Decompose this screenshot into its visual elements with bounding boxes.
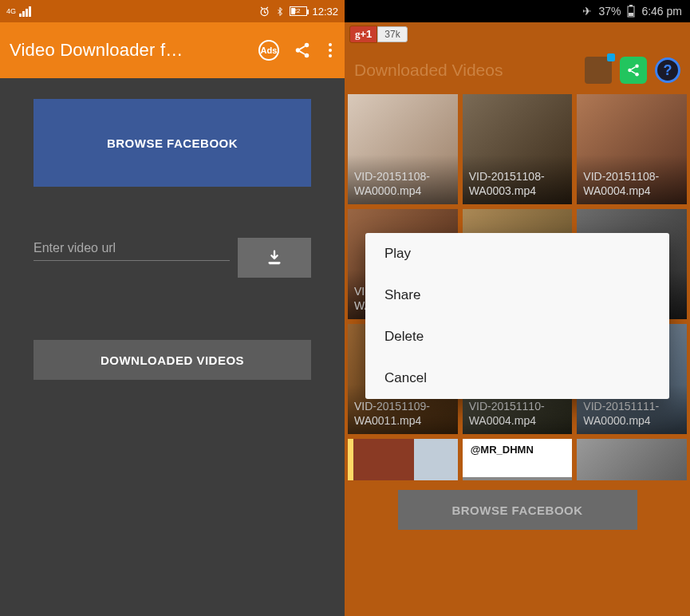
browse-facebook-button[interactable]: BROWSE FACEBOOK [34,99,311,187]
video-filename: VID-20151108-WA0004.mp4 [583,170,680,198]
video-watermark: @MR_DHMN [471,444,534,456]
page-title: Downloaded Videos [354,61,577,80]
status-bar: 4G 22 12:32 [0,0,345,22]
browse-facebook-button[interactable]: BROWSE FACEBOOK [398,490,637,530]
svg-rect-4 [270,263,280,264]
bottom-bar: BROWSE FACEBOOK [345,480,690,616]
svg-point-10 [635,73,639,77]
svg-rect-7 [629,13,633,16]
help-icon[interactable]: ? [655,57,680,83]
network-label: 4G [6,8,16,15]
svg-point-9 [628,69,632,73]
app-bar: Downloaded Videos ? [345,46,690,94]
gplus-button[interactable]: g+1 [349,26,377,43]
share-icon[interactable] [294,41,311,59]
video-filename: VID-20151108-WA0000.mp4 [354,170,451,198]
context-menu: Play Share Delete Cancel [365,233,669,399]
app-bar: Video Downloader f… Ads [0,22,345,78]
video-thumbnail[interactable]: VID-20151108-WA0000.mp4 [348,94,458,204]
menu-item-play[interactable]: Play [365,233,669,274]
status-bar: ✈ 37% 6:46 pm [345,0,690,22]
video-filename: VID-20151108-WA0003.mp4 [469,170,566,198]
video-thumbnail[interactable]: VID-20151108-WA0003.mp4 [463,94,573,204]
svg-point-1 [305,43,310,48]
svg-point-2 [296,48,301,53]
overflow-menu-icon[interactable] [325,43,335,57]
video-filename: VID-20151110-WA0004.mp4 [469,400,566,428]
battery-icon: 22 [290,6,307,16]
svg-rect-6 [629,5,633,6]
menu-item-share[interactable]: Share [365,274,669,316]
svg-point-3 [305,53,310,58]
video-filename: VID-20151109-WA0011.mp4 [354,400,451,428]
download-icon [266,249,283,267]
svg-point-8 [635,65,639,69]
screen-downloaded-videos: ✈ 37% 6:46 pm g+1 37k Downloaded Videos … [345,0,690,616]
battery-percent: 37% [598,5,621,18]
downloaded-videos-button[interactable]: DOWNLOADED VIDEOS [34,340,311,380]
ads-icon[interactable]: Ads [258,40,279,61]
battery-icon [627,5,635,18]
airplane-mode-icon: ✈ [582,5,592,18]
video-filename: VID-20151111-WA0000.mp4 [583,400,680,428]
signal-icon [19,6,31,17]
gplus-count: 37k [377,26,407,42]
video-url-input[interactable] [34,238,230,261]
bluetooth-icon [275,6,285,18]
share-button[interactable] [620,57,647,84]
menu-item-delete[interactable]: Delete [365,316,669,357]
download-button[interactable] [238,238,311,278]
alarm-icon [258,6,270,18]
status-time: 6:46 pm [641,5,682,18]
app-title: Video Downloader f… [10,40,252,61]
gplus-bar: g+1 37k [345,22,690,46]
menu-item-cancel[interactable]: Cancel [365,357,669,399]
screen-downloader: 4G 22 12:32 Video Downloader f… Ads [0,0,345,616]
apps-icon[interactable] [585,57,612,84]
status-time: 12:32 [312,6,338,18]
video-thumbnail[interactable]: VID-20151108-WA0004.mp4 [577,94,687,204]
